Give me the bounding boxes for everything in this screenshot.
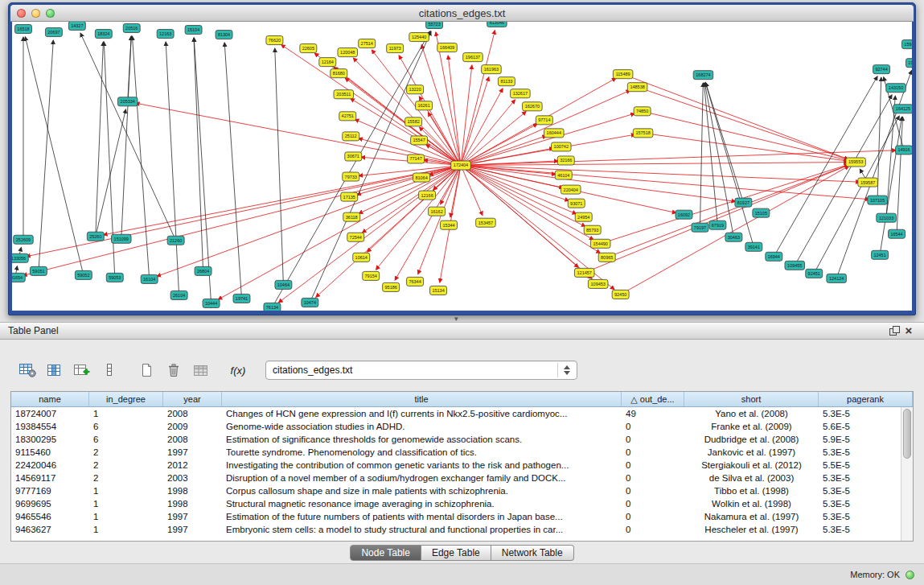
graph-edge: [275, 48, 284, 285]
graph-edge: [353, 58, 461, 165]
table-cell: 14569117: [11, 473, 89, 483]
show-columns-icon[interactable]: [43, 360, 66, 381]
graph-node-label: 148538: [630, 84, 644, 89]
table-cell: Disruption of a novel member of a sodium…: [222, 473, 622, 483]
graph-node-label: 59051: [32, 269, 44, 274]
graph-edge: [607, 165, 848, 257]
table-body: 1872400712008Changes of HCN gene express…: [11, 407, 913, 536]
table-selector-dropdown[interactable]: citations_edges.txt: [265, 360, 577, 380]
graph-node-label: 168274: [696, 72, 710, 77]
graph-node-label: 19741: [236, 296, 248, 301]
close-window-icon[interactable]: [17, 9, 26, 18]
table-cell: 5.6E-5: [819, 422, 913, 431]
graph-node-label: 24954: [577, 215, 589, 220]
table-cell: 2008: [163, 435, 222, 444]
graph-node-label: 12451: [873, 253, 885, 257]
tab-edge-table[interactable]: Edge Table: [421, 545, 491, 561]
graph-node-label: 159553: [848, 159, 863, 164]
table-cell: 1997: [163, 525, 222, 534]
scrollbar-thumb[interactable]: [903, 409, 911, 459]
edit-table-icon[interactable]: [71, 360, 93, 381]
close-panel-icon[interactable]: ×: [901, 324, 916, 337]
graph-node-label: 12163: [159, 31, 171, 36]
table-row[interactable]: 2242004622012Investigating the contribut…: [11, 459, 913, 472]
network-canvas[interactable]: 1724041200488168020351142751251123067179…: [12, 22, 912, 311]
table-cell: 9465546: [11, 512, 89, 521]
graph-edge: [623, 74, 848, 159]
table-row[interactable]: 1872400712008Changes of HCN gene express…: [11, 407, 913, 420]
tab-node-table[interactable]: Node Table: [350, 545, 421, 561]
graph-node-label: 14327: [71, 23, 83, 28]
column-header-short[interactable]: short: [684, 392, 819, 406]
new-table-icon[interactable]: [135, 360, 158, 381]
table-row[interactable]: 977716911998Corpus callosum shape and si…: [11, 484, 913, 497]
table-row[interactable]: 1938455462009Genome-wide association stu…: [11, 420, 913, 433]
table-cell: 5.3E-5: [819, 447, 913, 457]
column-header-title[interactable]: title: [222, 392, 622, 406]
graph-node-label: 16162: [430, 209, 442, 214]
window-titlebar[interactable]: citations_edges.txt: [10, 5, 914, 22]
graph-node-label: 85793: [586, 228, 598, 233]
table-cell: Jankovic et al. (1997): [684, 447, 819, 457]
table-cell: 1: [89, 525, 163, 534]
graph-node-label: 67919: [712, 223, 724, 228]
function-builder-icon[interactable]: f(x): [227, 360, 249, 381]
graph-node-label: 162670: [525, 104, 540, 109]
memory-ok-icon: [906, 571, 914, 579]
column-header-year[interactable]: year: [163, 392, 222, 406]
table-cell: 9699695: [11, 499, 89, 509]
row-tools-icon[interactable]: [98, 360, 121, 381]
table-panel-title: Table Panel: [8, 325, 59, 336]
column-header-name[interactable]: name: [11, 392, 89, 406]
table-row[interactable]: 911546021997Tourette syndrome. Phenomeno…: [11, 446, 913, 459]
graph-edge: [281, 45, 461, 166]
graph-edge: [643, 111, 848, 160]
graph-node-label: 125440: [412, 35, 426, 39]
traffic-lights: [17, 9, 55, 18]
table-row[interactable]: 946362711997Embryonic stem cells: a mode…: [11, 523, 913, 536]
table-cell: 5.3E-5: [819, 486, 913, 496]
graph-edge: [316, 165, 461, 297]
table-cell: 0: [622, 460, 684, 470]
table-header-row: namein_degreeyeartitle△ out_de...shortpa…: [11, 392, 913, 407]
dropdown-arrows-icon: [557, 363, 570, 377]
tab-network-table[interactable]: Network Table: [491, 545, 574, 561]
table-row[interactable]: 1456911722003Disruption of a novel membe…: [11, 472, 913, 484]
table-panel: Table Panel ×: [0, 322, 924, 563]
graph-edge: [39, 40, 53, 271]
network-view[interactable]: 1724041200488168020351142751251123067179…: [12, 22, 912, 311]
graph-node-label: 124124: [829, 276, 844, 281]
table-cell: Nakamura et al. (1997): [684, 512, 819, 521]
table-cell: 5.5E-5: [819, 460, 913, 470]
graph-node-label: 92451: [808, 271, 820, 276]
table-row[interactable]: 969969511998Structural magnetic resonanc…: [11, 497, 913, 510]
table-selector-value: citations_edges.txt: [273, 365, 352, 376]
graph-node-label: 20516: [125, 26, 138, 31]
zoom-window-icon[interactable]: [46, 9, 55, 18]
delete-table-icon[interactable]: [162, 360, 185, 381]
table-cell: 1: [89, 409, 163, 418]
column-header-out_de[interactable]: △ out_de...: [622, 392, 684, 406]
table-cell: 0: [622, 435, 684, 444]
table-cell: 0: [622, 447, 684, 457]
table-scrollbar[interactable]: [901, 407, 913, 541]
memory-status-label: Memory: OK: [850, 570, 900, 579]
graph-node-label: 72544: [350, 235, 362, 240]
table-row[interactable]: 1830029562008Estimation of significance …: [11, 433, 913, 446]
graph-edge: [877, 77, 881, 200]
table-cell: 1998: [163, 499, 222, 509]
table-settings-icon[interactable]: [16, 360, 39, 381]
table-cell: Changes of HCN gene expression and I(f) …: [222, 409, 622, 418]
table-row[interactable]: 946554611997Estimation of the future num…: [11, 510, 913, 523]
table-cell: 1997: [163, 512, 222, 521]
graph-node-label: 25260: [89, 234, 101, 239]
graph-edge: [836, 71, 911, 278]
column-header-pagerank[interactable]: pagerank: [819, 392, 913, 406]
graph-edge: [128, 36, 131, 101]
float-panel-icon[interactable]: [887, 324, 901, 337]
table-cell: 5.9E-5: [819, 435, 913, 444]
column-header-in_degree[interactable]: in_degree: [89, 392, 163, 406]
import-table-icon[interactable]: [190, 360, 212, 381]
minimize-window-icon[interactable]: [31, 9, 40, 18]
graph-edge: [461, 165, 600, 253]
